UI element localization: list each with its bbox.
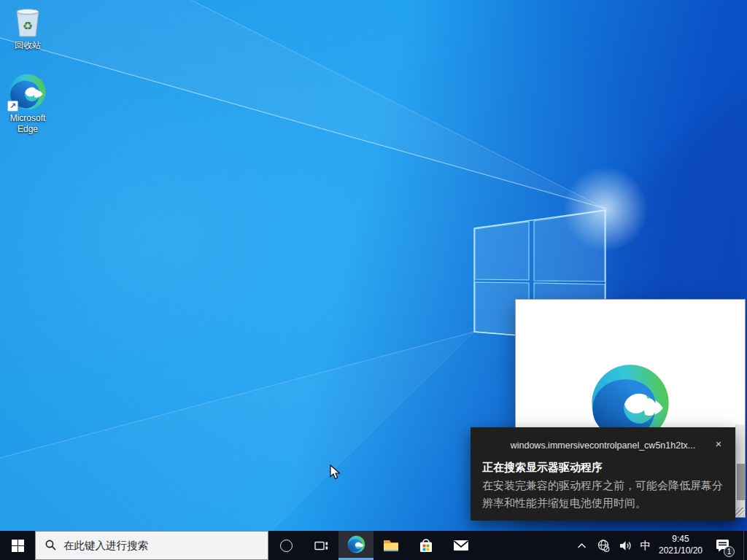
desktop-icon-microsoft-edge[interactable]: ↗ Microsoft Edge — [0, 73, 55, 135]
desktop-icon-label: Microsoft Edge — [0, 113, 55, 135]
taskbar-button-mail[interactable] — [444, 531, 479, 560]
network-globe-icon — [597, 539, 611, 553]
hidden-icons-button[interactable] — [570, 531, 592, 560]
resize-grip[interactable] — [735, 508, 744, 516]
scrollbar-track[interactable] — [735, 424, 745, 517]
search-input[interactable] — [35, 531, 268, 560]
taskbar-search[interactable] — [35, 531, 268, 560]
ime-label: 中 — [640, 539, 651, 553]
windows-logo-icon — [12, 540, 24, 552]
desktop[interactable]: ♻ 回收站 ↗ Microsoft Edge windows.immersive… — [0, 0, 747, 560]
action-center-button[interactable]: 1 — [706, 531, 738, 560]
ime-indicator[interactable]: 中 — [636, 531, 655, 560]
task-view-icon — [314, 540, 328, 552]
toast-header: windows.immersivecontrolpanel_cw5n1h2tx.… — [471, 427, 735, 451]
svg-text:♻: ♻ — [23, 20, 33, 32]
task-view-button[interactable] — [303, 531, 338, 560]
close-icon[interactable]: × — [711, 436, 727, 452]
scrollbar-thumb[interactable] — [737, 464, 745, 500]
edge-icon — [347, 535, 365, 553]
tray-date: 2021/10/20 — [659, 545, 703, 557]
cortana-icon — [280, 540, 293, 552]
start-button[interactable] — [0, 531, 35, 560]
taskbar-button-microsoft-store[interactable] — [409, 531, 444, 560]
volume-icon — [619, 540, 632, 552]
cortana-button[interactable] — [268, 531, 303, 560]
toast-body: 在安装完兼容的驱动程序之前，可能会降低屏幕分辨率和性能并缩短电池使用时间。 — [471, 475, 735, 513]
tray-time: 9:45 — [672, 534, 689, 545]
clock[interactable]: 9:45 2021/10/20 — [655, 531, 706, 560]
taskbar: 中 9:45 2021/10/20 1 — [0, 531, 747, 560]
toast-title: 正在搜索显示器驱动程序 — [471, 451, 735, 475]
taskbar-button-edge-active[interactable] — [338, 531, 374, 560]
toast-notification[interactable]: windows.immersivecontrolpanel_cw5n1h2tx.… — [471, 427, 735, 521]
network-button[interactable] — [592, 531, 614, 560]
recycle-bin-icon: ♻ — [11, 6, 44, 38]
notification-badge: 1 — [724, 546, 735, 557]
file-explorer-icon — [382, 536, 400, 555]
taskbar-button-file-explorer[interactable] — [374, 531, 409, 560]
microsoft-store-icon — [417, 536, 436, 555]
mail-icon — [452, 536, 471, 555]
chevron-up-icon — [577, 542, 587, 549]
volume-button[interactable] — [614, 531, 636, 560]
show-desktop-button[interactable] — [743, 531, 747, 560]
shortcut-arrow-icon: ↗ — [7, 101, 18, 112]
mouse-cursor — [330, 464, 344, 481]
toast-source: windows.immersivecontrolpanel_cw5n1h2tx.… — [511, 440, 696, 451]
desktop-icon-recycle-bin[interactable]: ♻ 回收站 — [0, 6, 55, 51]
desktop-icon-label: 回收站 — [0, 40, 55, 51]
